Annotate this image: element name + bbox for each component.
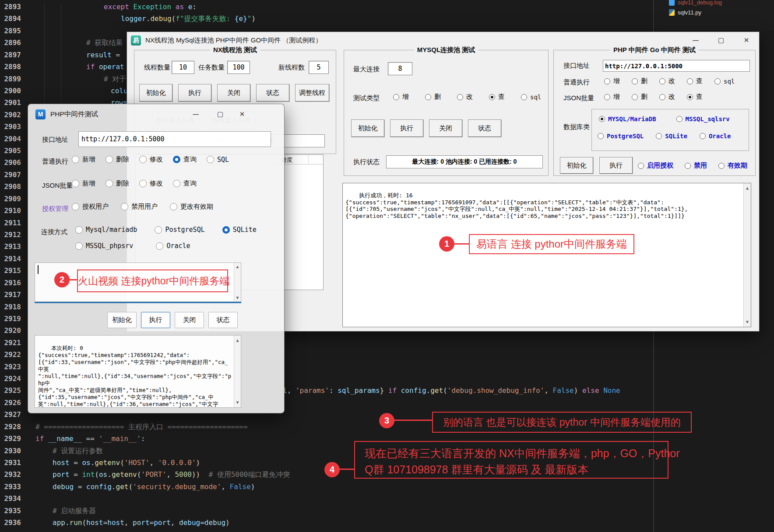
radio-icon[interactable] xyxy=(393,94,399,100)
result-scrollbar[interactable]: ▲ ▼ xyxy=(234,336,241,407)
radio-option-查[interactable]: 查 xyxy=(489,93,505,101)
dialog-close-button[interactable]: ✕ xyxy=(236,108,249,120)
radio-option-查[interactable]: 查 xyxy=(687,93,703,101)
radio-option-修改[interactable]: 修改 xyxy=(139,155,163,164)
调整线程-button[interactable]: 调整线程 xyxy=(295,84,329,102)
task-count-input[interactable]: 100 xyxy=(227,61,250,74)
radio-option-新增[interactable]: 新增 xyxy=(72,179,95,188)
执行-button[interactable]: 执行 xyxy=(178,84,211,102)
状态-button[interactable]: 状态 xyxy=(208,312,238,328)
radio-icon[interactable] xyxy=(106,156,113,163)
radio-icon[interactable] xyxy=(155,226,162,234)
radio-option-查询[interactable]: 查询 xyxy=(173,155,197,164)
file-item-py[interactable]: sqlv11.py xyxy=(669,7,701,17)
radio-option-改[interactable]: 改 xyxy=(659,93,675,101)
关闭-button[interactable]: 关闭 xyxy=(429,119,462,137)
radio-icon[interactable] xyxy=(139,156,147,163)
max-conn-input[interactable]: 8 xyxy=(388,62,412,75)
radio-icon[interactable] xyxy=(207,156,214,163)
radio-option-查[interactable]: 查 xyxy=(687,77,703,85)
radio-option-sql[interactable]: sql xyxy=(714,78,735,85)
radio-selected-icon[interactable] xyxy=(222,226,230,234)
radio-option-新增[interactable]: 新增 xyxy=(72,155,95,164)
关闭-button[interactable]: 关闭 xyxy=(175,312,204,328)
scroll-up-icon[interactable]: ▲ xyxy=(744,185,751,192)
radio-option-启用授权[interactable]: 启用授权 xyxy=(638,161,673,170)
radio-icon[interactable] xyxy=(700,133,706,139)
radio-icon[interactable] xyxy=(425,94,431,100)
radio-option-删除[interactable]: 删除 xyxy=(106,179,129,188)
radio-icon[interactable] xyxy=(714,78,721,84)
radio-icon[interactable] xyxy=(604,94,610,100)
radio-option-查询[interactable]: 查询 xyxy=(173,179,197,188)
初始化-button[interactable]: 初始化 xyxy=(351,119,384,137)
radio-option-改[interactable]: 改 xyxy=(659,77,675,85)
初始化-button[interactable]: 初始化 xyxy=(107,312,137,328)
radio-icon[interactable] xyxy=(457,94,463,100)
api-address-input[interactable]: http://127.0.0.1:5000 xyxy=(603,60,750,72)
状态-button[interactable]: 状态 xyxy=(256,84,289,102)
radio-option-增[interactable]: 增 xyxy=(604,93,620,101)
radio-option-有效期[interactable]: 有效期 xyxy=(718,161,747,170)
初始化-button[interactable]: 初始化 xyxy=(139,84,172,102)
radio-icon[interactable] xyxy=(656,133,662,139)
关闭-button[interactable]: 关闭 xyxy=(217,84,250,102)
input-scrollbar[interactable]: ▲ ▼ xyxy=(234,263,241,301)
radio-icon[interactable] xyxy=(173,180,180,187)
radio-option-更改有效期[interactable]: 更改有效期 xyxy=(170,203,213,211)
radio-option-增[interactable]: 增 xyxy=(604,77,620,85)
radio-option-Mysql/mariadb[interactable]: Mysql/mariadb xyxy=(75,226,137,234)
radio-icon[interactable] xyxy=(638,163,644,169)
radio-icon[interactable] xyxy=(121,203,128,210)
mysql-result-output[interactable]: 执行成功，耗时: 16 {"success":true,"timestamp":… xyxy=(342,183,751,327)
maximize-button[interactable]: ▢ xyxy=(714,35,728,46)
radio-icon[interactable] xyxy=(106,180,113,187)
radio-icon[interactable] xyxy=(75,242,83,250)
radio-icon[interactable] xyxy=(521,94,527,100)
new-thread-input[interactable]: 5 xyxy=(309,61,329,74)
radio-option-授权用户[interactable]: 授权用户 xyxy=(72,203,109,211)
radio-option-PostgreSQL[interactable]: PostgreSQL xyxy=(155,226,204,234)
radio-selected-icon[interactable] xyxy=(489,94,495,100)
scroll-down-icon[interactable]: ▼ xyxy=(744,318,751,326)
执行-button[interactable]: 执行 xyxy=(390,119,423,137)
radio-option-删除[interactable]: 删除 xyxy=(106,155,129,164)
scroll-down-icon[interactable]: ▼ xyxy=(234,399,241,406)
radio-option-sql[interactable]: sql xyxy=(521,94,541,101)
radio-selected-icon[interactable] xyxy=(599,116,605,122)
radio-option-MSSQL_phpsrv[interactable]: MSSQL_phpsrv xyxy=(75,242,133,250)
状态-button[interactable]: 状态 xyxy=(468,119,501,137)
radio-icon[interactable] xyxy=(72,180,79,187)
radio-icon[interactable] xyxy=(170,203,177,210)
radio-option-禁用用户[interactable]: 禁用用户 xyxy=(121,203,158,211)
radio-option-SQLite[interactable]: SQLite xyxy=(656,133,687,140)
close-button[interactable]: ✕ xyxy=(740,35,753,46)
dialog-result-output[interactable]: 本次耗时: 0 {"success":true,"timestamp":1765… xyxy=(35,335,241,408)
radio-selected-icon[interactable] xyxy=(173,156,180,163)
radio-option-Oracle[interactable]: Oracle xyxy=(700,133,731,140)
radio-option-修改[interactable]: 修改 xyxy=(139,179,163,188)
radio-option-删[interactable]: 删 xyxy=(632,93,647,101)
radio-icon[interactable] xyxy=(139,180,147,187)
radio-icon[interactable] xyxy=(72,156,79,163)
radio-option-MSSQL_sqlsrv[interactable]: MSSQL_sqlsrv xyxy=(676,116,730,122)
radio-icon[interactable] xyxy=(687,78,693,84)
result-scrollbar[interactable]: ▲ ▼ xyxy=(743,183,751,327)
radio-option-SQLite[interactable]: SQLite xyxy=(222,226,257,234)
thread-count-input[interactable]: 10 xyxy=(172,61,194,74)
file-item-log[interactable]: sqlv11_debug.log xyxy=(669,0,722,7)
radio-option-禁用[interactable]: 禁用 xyxy=(685,161,707,170)
radio-icon[interactable] xyxy=(659,78,665,84)
radio-option-PostgreSQL[interactable]: PostgreSQL xyxy=(598,133,644,140)
minimize-button[interactable]: — xyxy=(689,35,702,46)
radio-option-删[interactable]: 删 xyxy=(632,77,647,85)
初始化-button[interactable]: 初始化 xyxy=(560,157,593,174)
radio-icon[interactable] xyxy=(718,163,725,169)
radio-icon[interactable] xyxy=(75,226,83,234)
执行-button[interactable]: 执行 xyxy=(599,157,633,174)
radio-selected-icon[interactable] xyxy=(687,94,693,100)
radio-icon[interactable] xyxy=(632,78,638,84)
api-address-input[interactable]: http://127.0.0.1:5000 xyxy=(78,131,271,147)
scroll-down-icon[interactable]: ▼ xyxy=(234,295,241,300)
radio-icon[interactable] xyxy=(72,203,79,210)
